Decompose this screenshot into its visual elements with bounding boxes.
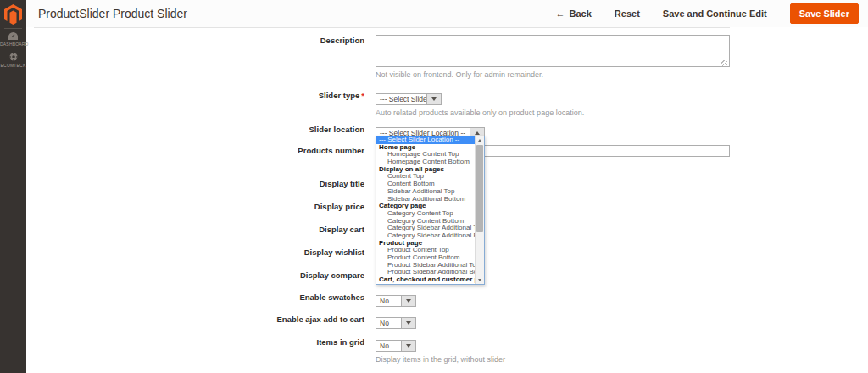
slider-location-option[interactable]: Cart, checkout and customer page	[376, 276, 475, 284]
slider-type-select-value: --- Select Slider Type --	[376, 94, 426, 104]
slider-type-note: Auto related products available only on …	[376, 109, 868, 117]
items-in-grid-row: Items in grid No Display items in the gr…	[34, 337, 868, 364]
slider-location-option[interactable]: Sidebar Additional Bottom	[376, 196, 475, 203]
sidebar-item-dashboard[interactable]: DASHBOARD	[0, 32, 26, 47]
save-and-continue-label: Save and Continue Edit	[663, 8, 767, 19]
back-button-label: Back	[570, 8, 592, 19]
slider-location-option[interactable]: --- Select Slider Location --	[376, 136, 475, 144]
chevron-down-icon	[406, 321, 411, 325]
sidebar-divider	[4, 28, 22, 29]
back-arrow-icon: ←	[556, 8, 565, 19]
slider-location-option[interactable]: Home page	[376, 144, 475, 152]
scroll-up-icon	[478, 139, 481, 142]
slider-location-option[interactable]: Category Sidebar Additional Bottom	[376, 232, 475, 240]
reset-button[interactable]: Reset	[615, 8, 640, 19]
slider-location-option[interactable]: Sidebar Additional Top	[376, 188, 475, 196]
chevron-down-icon	[406, 344, 411, 348]
sidebar-item-label: DASHBOARD	[0, 42, 26, 47]
page-title: ProductSlider Product Slider	[38, 7, 187, 20]
back-button[interactable]: ← Back	[556, 8, 592, 19]
slider-location-option[interactable]: Product Sidebar Additional Top	[376, 262, 475, 270]
enable-swatches-select-arrow[interactable]	[401, 296, 415, 306]
admin-sidebar: DASHBOARD ECOMTECK	[0, 0, 26, 373]
sidebar-item-ecomteck[interactable]: ECOMTECK	[0, 53, 26, 68]
slider-location-option[interactable]: Category Content Bottom	[376, 218, 475, 225]
dropdown-scrollbar[interactable]	[475, 136, 484, 284]
enable-swatches-label: Enable swatches	[34, 292, 376, 303]
chevron-down-icon	[431, 97, 437, 101]
enable-ajax-select-arrow[interactable]	[401, 318, 415, 328]
enable-swatches-select-value: No	[376, 296, 401, 306]
enable-ajax-label: Enable ajax add to cart	[34, 314, 376, 326]
slider-type-label: Slider type*	[34, 90, 376, 102]
display-price-label: Display price	[34, 201, 376, 213]
slider-location-option[interactable]: Product page	[376, 240, 475, 248]
description-textarea[interactable]	[376, 35, 730, 67]
enable-ajax-row: Enable ajax add to cart No	[34, 314, 868, 329]
slider-location-option[interactable]: Product Content Top	[376, 247, 475, 254]
required-asterisk: *	[361, 91, 364, 100]
slider-location-option[interactable]: Display on all pages	[376, 166, 475, 174]
save-slider-button[interactable]: Save Slider	[790, 3, 859, 24]
scrollbar-thumb[interactable]	[476, 145, 483, 232]
page-header: ProductSlider Product Slider ← Back Rese…	[26, 0, 868, 27]
display-wishlist-label: Display wishlist	[34, 247, 376, 259]
reset-button-label: Reset	[615, 8, 640, 19]
scroll-down-icon	[478, 279, 481, 281]
items-in-grid-select[interactable]: No	[376, 340, 416, 352]
header-actions: ← Back Reset Save and Continue Edit Save…	[556, 0, 859, 27]
slider-location-option[interactable]: Category Sidebar Additional Top	[376, 225, 475, 232]
magento-logo-icon	[4, 4, 22, 25]
enable-swatches-row: Enable swatches No	[34, 292, 868, 307]
slider-location-option[interactable]: Product Sidebar Additional Bottom	[376, 269, 475, 276]
display-compare-label: Display compare	[34, 270, 376, 281]
display-title-label: Display title	[34, 178, 376, 190]
description-row: Description Not visible on frontend. Onl…	[34, 35, 868, 79]
slider-location-option[interactable]: Category page	[376, 203, 475, 210]
items-in-grid-select-value: No	[376, 341, 401, 351]
header-divider	[34, 27, 730, 28]
description-note: Not visible on frontend. Only for admin …	[376, 70, 868, 79]
slider-location-option[interactable]: Category Content Top	[376, 210, 475, 218]
enable-ajax-select[interactable]: No	[376, 317, 416, 329]
scroll-up-button[interactable]	[476, 136, 484, 144]
chevron-up-icon	[475, 131, 480, 135]
slider-location-option[interactable]: Homepage Content Bottom	[376, 159, 475, 166]
items-in-grid-note: Display items in the grid, without slide…	[376, 355, 868, 364]
products-number-label: Products number	[34, 145, 376, 157]
slider-location-label: Slider location	[34, 124, 376, 136]
slider-location-options: --- Select Slider Location -- Home page …	[376, 136, 475, 284]
ecomteck-icon	[0, 53, 26, 61]
dashboard-icon	[0, 32, 26, 40]
slider-location-option[interactable]: Content Top	[376, 173, 475, 181]
enable-swatches-select[interactable]: No	[376, 295, 416, 307]
display-cart-label: Display cart	[34, 224, 376, 236]
enable-ajax-select-value: No	[376, 318, 401, 328]
magento-logo[interactable]	[0, 4, 26, 25]
slider-location-option[interactable]: Content Bottom	[376, 181, 475, 188]
slider-type-row: Slider type* --- Select Slider Type -- A…	[34, 90, 868, 117]
description-label: Description	[34, 35, 376, 47]
slider-location-option[interactable]: Product Content Bottom	[376, 254, 475, 262]
chevron-down-icon	[406, 299, 411, 303]
slider-location-option[interactable]: Homepage Content Top	[376, 151, 475, 159]
slider-type-select[interactable]: --- Select Slider Type --	[376, 93, 442, 105]
sidebar-item-label: ECOMTECK	[0, 63, 26, 68]
slider-type-select-arrow[interactable]	[426, 94, 441, 104]
scroll-down-button[interactable]	[476, 276, 484, 284]
items-in-grid-label: Items in grid	[34, 337, 376, 348]
slider-location-listbox: --- Select Slider Location -- Home page …	[376, 136, 485, 285]
items-in-grid-select-arrow[interactable]	[401, 341, 415, 351]
save-and-continue-button[interactable]: Save and Continue Edit	[663, 8, 767, 19]
